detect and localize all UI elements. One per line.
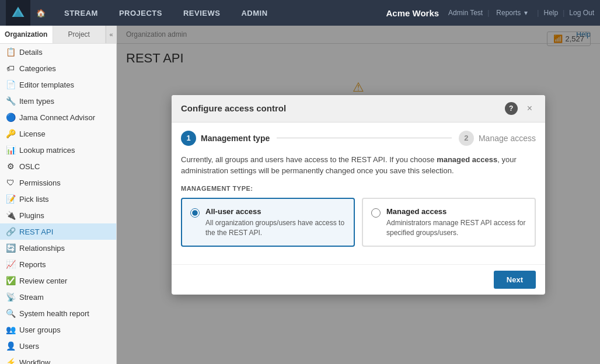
all-user-access-title: All-user access bbox=[205, 207, 346, 216]
sidebar-item-oslc[interactable]: ⚙OSLC bbox=[0, 158, 116, 174]
sidebar-label-license: License bbox=[19, 130, 46, 138]
sidebar-item-users[interactable]: 👤Users bbox=[0, 338, 116, 354]
all-user-access-desc: All organization groups/users have acces… bbox=[205, 218, 346, 238]
sidebar-label-review-center: Review center bbox=[19, 276, 67, 285]
reports-link[interactable]: Reports bbox=[496, 9, 521, 17]
sidebar-label-oslc: OSLC bbox=[19, 162, 40, 171]
nav-right: Acme Works Admin Test | Reports ▾ | Help… bbox=[386, 8, 594, 18]
sidebar-icon-user-groups: 👥 bbox=[6, 325, 15, 334]
sidebar-item-review-center[interactable]: ✅Review center bbox=[0, 272, 116, 289]
managed-access-card[interactable]: Managed access Administrators manage RES… bbox=[362, 198, 536, 247]
sidebar-item-rest-api[interactable]: 🔗REST API bbox=[0, 223, 116, 240]
brand-name: Acme Works bbox=[386, 8, 448, 18]
sidebar-item-categories[interactable]: 🏷Categories bbox=[0, 60, 116, 76]
sidebar-label-lookup-matrices: Lookup matrices bbox=[19, 146, 75, 155]
sidebar-label-pick-lists: Pick lists bbox=[19, 195, 49, 204]
top-nav: 🏠 STREAM PROJECTS REVIEWS ADMIN Acme Wor… bbox=[0, 0, 600, 26]
sidebar-item-editor-templates[interactable]: 📄Editor templates bbox=[0, 76, 116, 93]
bold-managed-access: managed access bbox=[437, 155, 497, 164]
management-type-label: MANAGEMENT TYPE: bbox=[181, 185, 536, 192]
step-1-circle: 1 bbox=[181, 131, 196, 146]
sidebar-icon-lookup-matrices: 📊 bbox=[6, 145, 15, 155]
sidebar-item-reports[interactable]: 📈Reports bbox=[0, 256, 116, 272]
logo[interactable] bbox=[6, 0, 30, 26]
sidebar-item-plugins[interactable]: 🔌Plugins bbox=[0, 207, 116, 223]
radio-options: All-user access All organization groups/… bbox=[181, 198, 536, 247]
modal: Configure access control ? × 1 Managemen… bbox=[172, 95, 545, 295]
tab-organization[interactable]: Organization bbox=[0, 26, 53, 43]
sidebar-collapse-button[interactable]: « bbox=[106, 26, 116, 43]
nav-home[interactable]: 🏠 bbox=[30, 0, 54, 26]
sidebar-item-permissions[interactable]: 🛡Permissions bbox=[0, 174, 116, 191]
sidebar-item-lookup-matrices[interactable]: 📊Lookup matrices bbox=[0, 142, 116, 158]
modal-header-actions: ? × bbox=[505, 102, 536, 115]
step-1: 1 Management type bbox=[181, 131, 270, 146]
managed-access-radio[interactable] bbox=[371, 208, 381, 218]
content-area: Organization admin Help REST API 📶 2,527… bbox=[117, 26, 600, 364]
nav-projects[interactable]: PROJECTS bbox=[109, 0, 173, 26]
sidebar-item-item-types[interactable]: 🔧Item types bbox=[0, 93, 116, 109]
reports-chevron: ▾ bbox=[522, 9, 530, 17]
step-2: 2 Manage access bbox=[459, 131, 536, 146]
sidebar-label-permissions: Permissions bbox=[19, 178, 61, 187]
next-button[interactable]: Next bbox=[494, 271, 536, 289]
sidebar-tabs: Organization Project « bbox=[0, 26, 116, 44]
sidebar-label-system-health-report: System health report bbox=[19, 309, 89, 318]
step-2-label: Manage access bbox=[479, 134, 536, 143]
step-line bbox=[277, 138, 452, 138]
sidebar-label-details: Details bbox=[19, 48, 43, 57]
nav-admin[interactable]: ADMIN bbox=[231, 0, 278, 26]
sidebar-icon-license: 🔑 bbox=[6, 129, 15, 138]
all-user-access-card[interactable]: All-user access All organization groups/… bbox=[181, 198, 355, 247]
sidebar-label-user-groups: User groups bbox=[19, 326, 61, 334]
modal-help-button[interactable]: ? bbox=[505, 102, 518, 115]
sidebar-icon-workflow: ⚡ bbox=[6, 358, 15, 364]
modal-body: Currently, all groups and users have acc… bbox=[172, 146, 545, 265]
sidebar-item-relationships[interactable]: 🔄Relationships bbox=[0, 240, 116, 256]
sidebar-icon-pick-lists: 📝 bbox=[6, 194, 15, 204]
sidebar-item-pick-lists[interactable]: 📝Pick lists bbox=[0, 191, 116, 207]
main-layout: Organization Project « 📋Details🏷Categori… bbox=[0, 26, 600, 364]
stepper: 1 Management type 2 Manage access bbox=[172, 123, 545, 146]
sidebar-item-workflow[interactable]: ⚡Workflow bbox=[0, 354, 116, 364]
nav-right-links: Admin Test | Reports ▾ | Help | Log Out bbox=[448, 9, 594, 17]
sidebar-icon-oslc: ⚙ bbox=[6, 162, 15, 171]
sidebar-label-editor-templates: Editor templates bbox=[19, 80, 74, 89]
managed-access-content: Managed access Administrators manage RES… bbox=[386, 207, 526, 238]
sidebar-item-system-health-report[interactable]: 🔍System health report bbox=[0, 305, 116, 321]
sidebar-label-rest-api: REST API bbox=[19, 228, 53, 236]
sidebar-icon-users: 👤 bbox=[6, 341, 15, 351]
sidebar-item-license[interactable]: 🔑License bbox=[0, 125, 116, 142]
managed-access-title: Managed access bbox=[386, 207, 526, 216]
modal-close-button[interactable]: × bbox=[524, 102, 536, 115]
nav-reviews[interactable]: REVIEWS bbox=[173, 0, 231, 26]
sidebar-label-item-types: Item types bbox=[19, 97, 54, 106]
sidebar-label-reports: Reports bbox=[19, 260, 46, 269]
sidebar-label-users: Users bbox=[19, 342, 39, 351]
admin-test-link[interactable]: Admin Test bbox=[448, 9, 483, 17]
tab-project[interactable]: Project bbox=[53, 26, 106, 43]
sidebar-label-jama-connect-advisor: Jama Connect Advisor bbox=[19, 113, 95, 122]
help-link[interactable]: Help bbox=[543, 9, 558, 17]
logout-link[interactable]: Log Out bbox=[569, 9, 594, 17]
sidebar-item-stream[interactable]: 📡Stream bbox=[0, 289, 116, 305]
sidebar-icon-review-center: ✅ bbox=[6, 276, 15, 285]
sidebar-item-user-groups[interactable]: 👥User groups bbox=[0, 321, 116, 338]
step-2-circle: 2 bbox=[459, 131, 474, 146]
sidebar-icon-reports: 📈 bbox=[6, 260, 15, 269]
separator-1: | bbox=[485, 9, 491, 17]
sidebar-icon-jama-connect-advisor: 🔵 bbox=[6, 113, 15, 122]
modal-header: Configure access control ? × bbox=[172, 95, 545, 123]
all-user-access-radio[interactable] bbox=[190, 208, 200, 218]
sidebar-icon-rest-api: 🔗 bbox=[6, 227, 15, 236]
sidebar-icon-system-health-report: 🔍 bbox=[6, 309, 15, 318]
reports-menu[interactable]: Reports ▾ bbox=[494, 9, 532, 17]
step-1-label: Management type bbox=[201, 134, 270, 143]
sidebar-item-details[interactable]: 📋Details bbox=[0, 44, 116, 60]
sidebar-icon-plugins: 🔌 bbox=[6, 211, 15, 220]
sidebar-item-jama-connect-advisor[interactable]: 🔵Jama Connect Advisor bbox=[0, 109, 116, 125]
sidebar-items-list: 📋Details🏷Categories📄Editor templates🔧Ite… bbox=[0, 44, 116, 364]
sidebar-icon-stream: 📡 bbox=[6, 292, 15, 302]
all-user-access-content: All-user access All organization groups/… bbox=[205, 207, 346, 238]
nav-stream[interactable]: STREAM bbox=[54, 0, 109, 26]
